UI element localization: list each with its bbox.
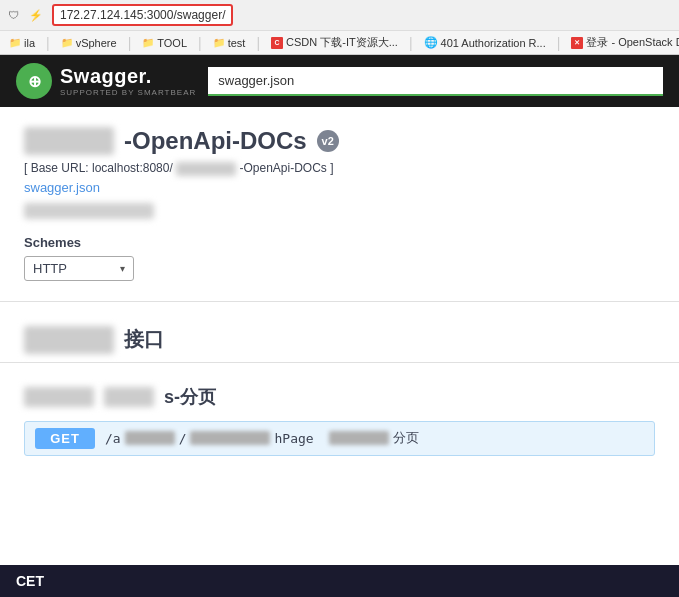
address-bar: 🛡 ⚡ 172.27.124.145:3000/swagger/ bbox=[0, 0, 679, 30]
swagger-header: ⊕ Swagger. SUPPORTED BY SMARTBEAR bbox=[0, 55, 679, 107]
schemes-section: Schemes HTTP ▾ bbox=[24, 235, 655, 281]
divider: | bbox=[128, 35, 132, 51]
section-divider bbox=[0, 301, 679, 302]
schemes-dropdown[interactable]: HTTP ▾ bbox=[24, 256, 134, 281]
path-prefix: /a bbox=[105, 431, 121, 446]
group-title-blurred bbox=[24, 326, 114, 354]
chevron-down-icon: ▾ bbox=[120, 263, 125, 274]
path-blurred-2 bbox=[190, 431, 270, 445]
endpoint-row-get[interactable]: GET /a / hPage 分页 bbox=[24, 421, 655, 456]
openstack-icon: ✕ bbox=[571, 37, 583, 49]
path-blurred-3 bbox=[329, 431, 389, 445]
method-badge-get: GET bbox=[35, 428, 95, 449]
folder-icon: 📁 bbox=[61, 37, 73, 48]
divider: | bbox=[198, 35, 202, 51]
bookmark-label: vSphere bbox=[76, 37, 117, 49]
swagger-supported: SUPPORTED BY SMARTBEAR bbox=[60, 88, 196, 97]
subgroup-blurred-2 bbox=[104, 387, 154, 407]
folder-icon: 📁 bbox=[213, 37, 225, 48]
bookmark-label: test bbox=[228, 37, 246, 49]
path-mid: / bbox=[179, 431, 187, 446]
api-subgroup-text: s-分页 bbox=[164, 385, 216, 409]
main-content: -OpenApi-DOCs v2 [ Base URL: localhost:8… bbox=[0, 107, 679, 482]
divider: | bbox=[46, 35, 50, 51]
bookmark-vsphere[interactable]: 📁 vSphere bbox=[58, 36, 120, 50]
api-title-section: -OpenApi-DOCs v2 [ Base URL: localhost:8… bbox=[24, 127, 655, 219]
schemes-label: Schemes bbox=[24, 235, 655, 250]
folder-icon: 📁 bbox=[9, 37, 21, 48]
globe-icon: 🌐 bbox=[424, 36, 438, 49]
api-title-blurred-part bbox=[24, 127, 114, 155]
base-url-label: [ Base URL: localhost:8080/ bbox=[24, 161, 173, 175]
swagger-logo-icon: ⊕ bbox=[28, 72, 41, 91]
subgroup-blurred-1 bbox=[24, 387, 94, 407]
lightning-icon: ⚡ bbox=[29, 9, 43, 22]
csdn-icon: C bbox=[271, 37, 283, 49]
swagger-json-input[interactable] bbox=[208, 67, 663, 96]
schemes-selected-value: HTTP bbox=[33, 261, 67, 276]
api-subgroup-title: s-分页 bbox=[24, 379, 655, 417]
api-title-text: -OpenApi-DOCs bbox=[124, 127, 307, 155]
desc-suffix: 分页 bbox=[393, 429, 419, 447]
api-group-text-1: 接口 bbox=[124, 326, 164, 353]
swagger-logo-circle: ⊕ bbox=[16, 63, 52, 99]
swagger-title-block: Swagger. SUPPORTED BY SMARTBEAR bbox=[60, 65, 196, 97]
group-divider bbox=[0, 362, 679, 363]
bookmark-label: TOOL bbox=[157, 37, 187, 49]
endpoint-path: /a / hPage 分页 bbox=[105, 429, 419, 447]
bookmark-label: ila bbox=[24, 37, 35, 49]
bookmark-401[interactable]: 🌐 401 Authorization R... bbox=[421, 35, 549, 50]
description-blurred bbox=[24, 203, 154, 219]
address-field[interactable]: 172.27.124.145:3000/swagger/ bbox=[52, 4, 233, 26]
base-url-row: [ Base URL: localhost:8080/ -OpenApi-DOC… bbox=[24, 161, 655, 176]
folder-icon: 📁 bbox=[142, 37, 154, 48]
path-suffix: hPage bbox=[274, 431, 313, 446]
bookmark-openstack[interactable]: ✕ 登录 - OpenStack Da bbox=[568, 34, 679, 51]
divider: | bbox=[256, 35, 260, 51]
bookmarks-bar: 📁 ila | 📁 vSphere | 📁 TOOL | 📁 test | C … bbox=[0, 30, 679, 54]
bookmark-tool[interactable]: 📁 TOOL bbox=[139, 36, 190, 50]
base-url-blurred bbox=[176, 162, 236, 176]
bookmark-ila[interactable]: 📁 ila bbox=[6, 36, 38, 50]
browser-chrome: 🛡 ⚡ 172.27.124.145:3000/swagger/ 📁 ila |… bbox=[0, 0, 679, 55]
api-group-title-1: 接口 bbox=[24, 318, 655, 362]
swagger-json-link[interactable]: swagger.json bbox=[24, 180, 655, 195]
swagger-name: Swagger. bbox=[60, 65, 196, 88]
version-badge: v2 bbox=[317, 130, 339, 152]
bookmark-label: 401 Authorization R... bbox=[441, 37, 546, 49]
divider: | bbox=[557, 35, 561, 51]
api-group-1: 接口 s-分页 GET /a / hPage 分页 bbox=[24, 318, 655, 456]
path-blurred-1 bbox=[125, 431, 175, 445]
swagger-logo: ⊕ Swagger. SUPPORTED BY SMARTBEAR bbox=[16, 63, 196, 99]
api-title-row: -OpenApi-DOCs v2 bbox=[24, 127, 655, 155]
bookmark-csdn[interactable]: C CSDN 下载-IT资源大... bbox=[268, 34, 401, 51]
bookmark-label: CSDN 下载-IT资源大... bbox=[286, 35, 398, 50]
shield-icon: 🛡 bbox=[8, 9, 19, 21]
bookmark-test[interactable]: 📁 test bbox=[210, 36, 249, 50]
address-text: 172.27.124.145:3000/swagger/ bbox=[60, 8, 225, 22]
bookmark-label: 登录 - OpenStack Da bbox=[586, 35, 679, 50]
base-url-suffix: -OpenApi-DOCs ] bbox=[239, 161, 333, 175]
divider: | bbox=[409, 35, 413, 51]
